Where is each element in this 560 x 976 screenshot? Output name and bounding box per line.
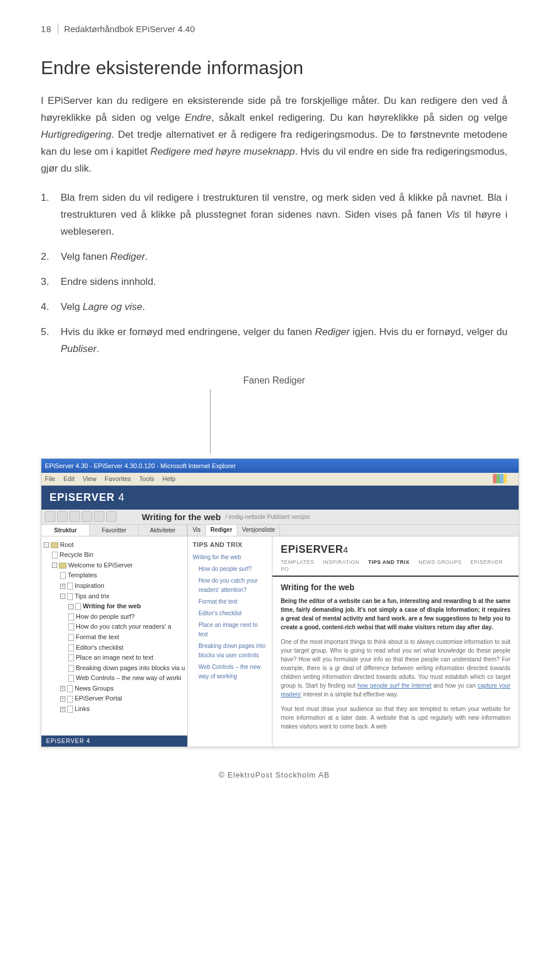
toolbar-icon[interactable] [106,511,117,522]
step-item: 1.Bla frem siden du vil redigere i trest… [41,190,508,240]
tree-node[interactable]: Web Controls – the new way of worki [44,673,185,684]
tree-node[interactable]: -Writing for the web [44,601,185,612]
tree-node[interactable]: +EPiServer Portal [44,693,185,704]
tree-node[interactable]: Place an image next to text [44,653,185,663]
tree-node[interactable]: How do you catch your readers' a [44,622,185,632]
running-header: 18 Redaktørhåndbok EPiServer 4.40 [41,23,508,34]
page-subtitle: / endig-nettside Publisert versjon [226,514,310,520]
mid-list-item[interactable]: Place an image next to text [192,619,267,640]
header-divider [58,23,58,34]
page-icon [68,623,74,630]
step-number: 2. [41,249,61,266]
tree-node[interactable]: -Tips and trix [44,591,185,602]
menu-help[interactable]: Help [162,475,176,482]
article-p2: One of the most important things to thin… [281,637,510,699]
expand-icon[interactable]: + [60,696,65,702]
article-p1: Being the editor of a website can be a f… [281,597,510,632]
expand-icon[interactable]: - [60,594,65,599]
menu-file[interactable]: File [45,475,55,482]
document-page: 18 Redaktørhåndbok EPiServer 4.40 Endre … [0,0,560,791]
tab-rediger[interactable]: Rediger [206,525,237,536]
mid-list-item[interactable]: Web Controls – the new way of working [192,661,267,682]
article-title: Writing for the web [281,583,510,592]
toolbar-icon[interactable] [82,511,92,522]
step-item: 2.Velg fanen Rediger. [41,249,508,266]
article-link[interactable]: how people surf the Internet [358,682,432,689]
expand-icon[interactable]: - [52,563,57,568]
menu-edit[interactable]: Edit [64,475,75,482]
section-title: Endre eksisterende informasjon [41,57,508,79]
mid-list-item[interactable]: Writing for the web [192,552,267,563]
tab-versjonsliste[interactable]: Versjonsliste [237,525,280,536]
tree-label: News Groups [75,685,114,692]
cnav-tips[interactable]: TIPS AND TRIX [368,559,410,565]
page-icon [68,634,74,641]
page-icon [67,696,73,703]
page-tree[interactable]: -RootRecycle Bin-Welcome to EPiServerTem… [41,536,187,736]
mid-list-item[interactable]: How do you catch your readers' attention… [192,575,267,596]
left-footer: EPiSERVER 4 [41,736,187,747]
left-panel: Struktur Favoritter Aktiviteter -RootRec… [41,525,188,747]
figure-caption: Fanen Rediger [243,375,305,386]
window-title-bar: EPiServer 4.30 - EPiServer 4.30.0.120 - … [41,459,519,473]
tree-node[interactable]: +Inspiration [44,581,185,591]
step-text: Velg Lagre og vise. [61,299,508,316]
toolbar-icon[interactable] [69,511,80,522]
page-icon [68,644,74,651]
content-tabs: Vis Rediger Versjonsliste [188,525,519,536]
tree-label: Root [60,541,74,548]
step-item: 5.Hvis du ikke er fornøyd med endringene… [41,324,508,358]
cnav-templates[interactable]: TEMPLATES [281,559,314,565]
expand-icon[interactable]: + [60,686,65,691]
mid-list-item[interactable]: Breaking down pages into blocks via user… [192,640,267,661]
tree-label: Writing for the web [83,602,141,609]
tree-label: Inspiration [75,582,104,589]
page-icon [75,603,81,610]
mid-list-item[interactable]: How do people surf? [192,563,267,575]
tree-node[interactable]: Format the text [44,632,185,643]
article-panel: EPiSERVER4 TEMPLATES INSPIRATION TIPS AN… [272,536,519,747]
tree-node[interactable]: +News Groups [44,684,185,694]
tree-node[interactable]: Templates [44,570,185,581]
tree-node[interactable]: Breaking down pages into blocks via u [44,663,185,674]
tree-label: How do people surf? [76,613,135,620]
intro-paragraph: I EPiServer kan du redigere en eksistere… [41,93,508,177]
left-tab-favoritter[interactable]: Favoritter [90,525,138,536]
step-number: 1. [41,190,61,240]
menu-view[interactable]: View [83,475,97,482]
page-number: 18 [41,24,52,34]
toolbar: Writing for the web / endig-nettside Pub… [41,510,519,525]
tree-node[interactable]: -Root [44,540,185,550]
toolbar-icon[interactable] [45,511,55,522]
expand-icon[interactable]: - [68,604,74,609]
callout-line [210,389,211,454]
expand-icon[interactable]: - [44,542,49,548]
menu-tools[interactable]: Tools [139,475,155,482]
page-icon [67,685,73,692]
toolbar-icon[interactable] [94,511,104,522]
tree-node[interactable]: -Welcome to EPiServer [44,560,185,571]
tree-node[interactable]: +Links [44,704,185,714]
cnav-news[interactable]: NEWS GROUPS [418,559,461,565]
mid-heading: TIPS AND TRIX [192,541,267,548]
tree-label: Welcome to EPiServer [68,562,132,569]
folder-icon [51,542,58,548]
screenshot: EPiServer 4.30 - EPiServer 4.30.0.120 - … [41,458,519,747]
left-tab-aktiviteter[interactable]: Aktiviteter [139,525,187,536]
tab-vis[interactable]: Vis [188,525,206,536]
cnav-inspiration[interactable]: INSPIRATION [323,559,359,565]
expand-icon[interactable]: + [60,584,65,589]
left-tab-struktur[interactable]: Struktur [41,525,90,536]
toolbar-icon[interactable] [57,511,68,522]
step-text: Hvis du ikke er fornøyd med endringene, … [61,324,508,358]
mid-list-item[interactable]: Editor's checklist [192,608,267,619]
expand-icon[interactable]: + [60,707,65,712]
page-icon [67,593,73,600]
menu-fav[interactable]: Favorites [104,475,131,482]
tree-node[interactable]: Recycle Bin [44,550,185,560]
tree-node[interactable]: Editor's checklist [44,643,185,653]
mid-list-item[interactable]: Format the text [192,596,267,608]
tree-node[interactable]: How do people surf? [44,612,185,622]
header-title: Redaktørhåndbok EPiServer 4.40 [64,24,195,34]
tree-label: Recycle Bin [60,551,93,558]
